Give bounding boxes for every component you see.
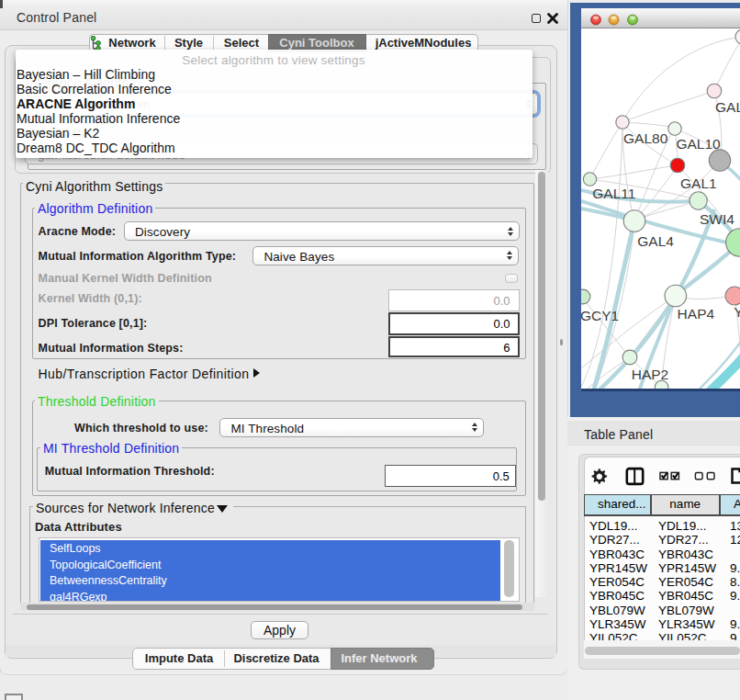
svg-text:HAP4: HAP4: [678, 306, 715, 322]
svg-text:SWI4: SWI4: [700, 211, 734, 227]
svg-text:GAL4: GAL4: [637, 233, 674, 249]
svg-text:HAP2: HAP2: [632, 367, 669, 382]
svg-text:GAL11: GAL11: [592, 186, 635, 201]
svg-text:GAL80: GAL80: [623, 130, 668, 146]
svg-text:GAL10: GAL10: [676, 136, 721, 152]
svg-text:GAL7: GAL7: [715, 99, 740, 115]
svg-text:YM: YM: [734, 304, 740, 320]
svg-text:GAL1: GAL1: [680, 175, 717, 191]
svg-text:GCY1: GCY1: [581, 308, 619, 323]
